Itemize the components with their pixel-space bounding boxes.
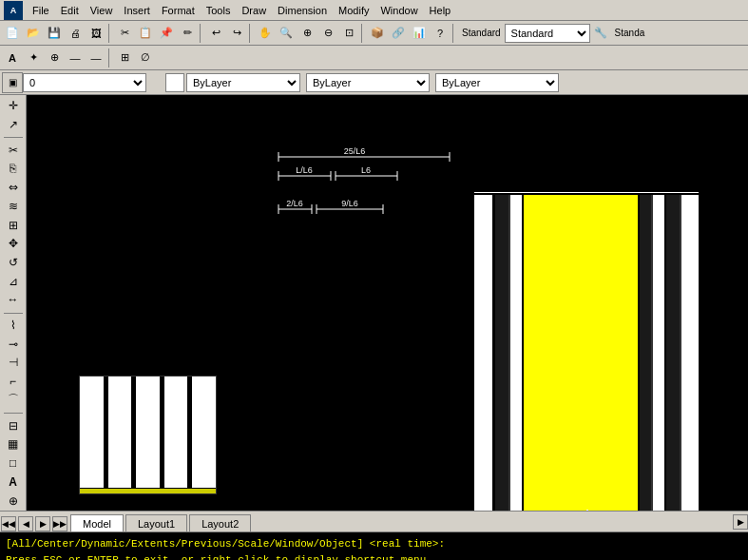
tb-workspace-btn[interactable]: 🔧: [590, 23, 611, 44]
tab-model[interactable]: Model: [70, 514, 124, 531]
tab-nav-prev[interactable]: ◀: [18, 516, 33, 531]
tb-color[interactable]: —: [65, 48, 86, 68]
color-select[interactable]: ByLayer: [186, 73, 300, 92]
sd-stripes: [80, 377, 216, 488]
menu-file[interactable]: File: [27, 3, 55, 18]
toolbar-standard: 📄 📂 💾 🖨 🖼 ✂ 📋 📌 ✏ ↩ ↪ ✋ 🔍 ⊕ ⊖ ⊡ 📦 🔗 📊 ? …: [0, 21, 748, 46]
tb-sep2: [200, 24, 203, 43]
tb-zoom-prev[interactable]: ⊖: [317, 23, 338, 44]
svg-text:2/L6: 2/L6: [286, 199, 303, 208]
menu-edit[interactable]: Edit: [55, 3, 85, 18]
command-line-1: [All/Center/Dynamic/Extents/Previous/Sca…: [6, 536, 742, 552]
tb-new[interactable]: 📄: [2, 23, 23, 44]
tb-save[interactable]: 💾: [44, 23, 65, 44]
tb-print[interactable]: 🖨: [65, 23, 86, 44]
lt-crosshair[interactable]: ✛: [3, 97, 24, 115]
menu-tools[interactable]: Tools: [201, 3, 237, 18]
tb-matchprop[interactable]: ✏: [177, 23, 198, 44]
menu-view[interactable]: View: [85, 3, 119, 18]
layer-select[interactable]: 0: [23, 73, 146, 92]
menu-modify[interactable]: Modify: [333, 3, 374, 18]
lt-region[interactable]: □: [3, 454, 24, 473]
command-line-2: Press ESC or ENTER to exit, or right-cli…: [6, 552, 742, 561]
tb-paste[interactable]: 📌: [156, 23, 177, 44]
workspace-select[interactable]: Standard: [505, 24, 590, 43]
menu-draw[interactable]: Draw: [236, 3, 272, 18]
sd-stripe-3: [133, 377, 162, 488]
tb-zoom-window[interactable]: ⊕: [297, 23, 317, 44]
tb-help[interactable]: ?: [430, 23, 451, 44]
layer-icon-btn[interactable]: ▣: [2, 72, 23, 93]
drawing-canvas[interactable]: 25/L6 L/L6 L6 2/L6 9: [27, 95, 748, 511]
lt-scale[interactable]: ⊿: [3, 272, 24, 290]
lt-mtext[interactable]: A: [3, 473, 24, 491]
lt-move[interactable]: ✥: [3, 235, 24, 253]
lt-select[interactable]: ↗: [3, 116, 24, 134]
svg-text:L6: L6: [361, 165, 371, 175]
menu-insert[interactable]: Insert: [118, 3, 156, 18]
lineweight-select[interactable]: ByLayer: [435, 73, 559, 92]
ld-s7: [666, 195, 681, 511]
canvas-area[interactable]: 25/L6 L/L6 L6 2/L6 9: [27, 95, 748, 511]
tb-copy[interactable]: 📋: [135, 23, 156, 44]
tb-text-style[interactable]: A: [2, 48, 23, 68]
lt-erase[interactable]: ✂: [3, 141, 24, 159]
sd-stripe-1: [80, 377, 105, 488]
lt-gradient[interactable]: ▦: [3, 435, 24, 454]
tb-pan[interactable]: ✋: [255, 23, 276, 44]
lt-array[interactable]: ⊞: [3, 216, 24, 234]
tb-undo[interactable]: ↩: [205, 23, 226, 44]
menu-format[interactable]: Format: [156, 3, 201, 18]
tb-open[interactable]: 📂: [23, 23, 44, 44]
tb-dim-style[interactable]: ✦: [23, 48, 44, 68]
linetype-select[interactable]: ByLayer: [306, 73, 430, 92]
tb-zoom-realtime[interactable]: 🔍: [276, 23, 297, 44]
lt-fillet[interactable]: ⌒: [3, 391, 24, 409]
lt-rotate[interactable]: ↺: [3, 254, 24, 272]
lt-extend[interactable]: ⊸: [3, 335, 24, 353]
properties-bar: ▣ 0 ByLayer ByLayer ByLayer: [0, 70, 748, 95]
command-bar: [All/Center/Dynamic/Extents/Previous/Sca…: [0, 531, 748, 560]
lt-insert[interactable]: ⊕: [3, 492, 24, 510]
sd-stripe-4: [162, 377, 190, 488]
tb-adcenter[interactable]: 📊: [409, 23, 430, 44]
ld-s1: [474, 195, 495, 511]
ld-s5: [640, 195, 653, 511]
lt-hatch[interactable]: ⊟: [3, 416, 24, 434]
tab-nav-next[interactable]: ▶: [35, 516, 50, 531]
menu-dimension[interactable]: Dimension: [272, 3, 333, 18]
tab-nav-last[interactable]: ▶▶: [52, 516, 67, 531]
menu-window[interactable]: Window: [374, 3, 423, 18]
lt-mirror[interactable]: ⇔: [3, 179, 24, 197]
tab-scroll-right[interactable]: ▶: [733, 514, 748, 530]
lt-copy[interactable]: ⎘: [3, 160, 24, 178]
tb-designcenter[interactable]: ∅: [135, 48, 156, 68]
lt-chamfer[interactable]: ⌐: [3, 373, 24, 391]
tb-layer[interactable]: ⊕: [44, 48, 65, 68]
menu-help[interactable]: Help: [424, 3, 457, 18]
color-swatch: [165, 73, 184, 92]
lt-trim[interactable]: ⌇: [3, 317, 24, 335]
tab-nav-first[interactable]: ◀◀: [1, 516, 16, 531]
lt-break[interactable]: ⊣: [3, 354, 24, 372]
sd-bottom-bar: [80, 488, 216, 493]
tab-layout1[interactable]: Layout1: [125, 514, 187, 531]
tb-zoom-extents[interactable]: ⊡: [338, 23, 359, 44]
command-text: [All/Center/Dynamic/Extents/Previous/Sca…: [0, 532, 748, 560]
tb-insert[interactable]: 📦: [367, 23, 388, 44]
lt-stretch[interactable]: ↔: [3, 291, 24, 309]
tb-xref[interactable]: 🔗: [388, 23, 409, 44]
workspace-label: Standard: [458, 28, 505, 38]
lt-offset[interactable]: ≋: [3, 197, 24, 215]
lt-sep2: [4, 313, 23, 314]
tb-redo[interactable]: ↪: [226, 23, 247, 44]
tb-linetype[interactable]: —: [86, 48, 106, 68]
large-drawing: [472, 190, 700, 511]
small-drawing: [79, 376, 217, 494]
svg-text:9/L6: 9/L6: [341, 199, 358, 208]
tb-plot-preview[interactable]: 🖼: [86, 23, 106, 44]
tab-layout2[interactable]: Layout2: [189, 514, 251, 531]
lt-sep3: [4, 413, 23, 414]
tb-cut[interactable]: ✂: [114, 23, 135, 44]
tb-properties[interactable]: ⊞: [114, 48, 135, 68]
